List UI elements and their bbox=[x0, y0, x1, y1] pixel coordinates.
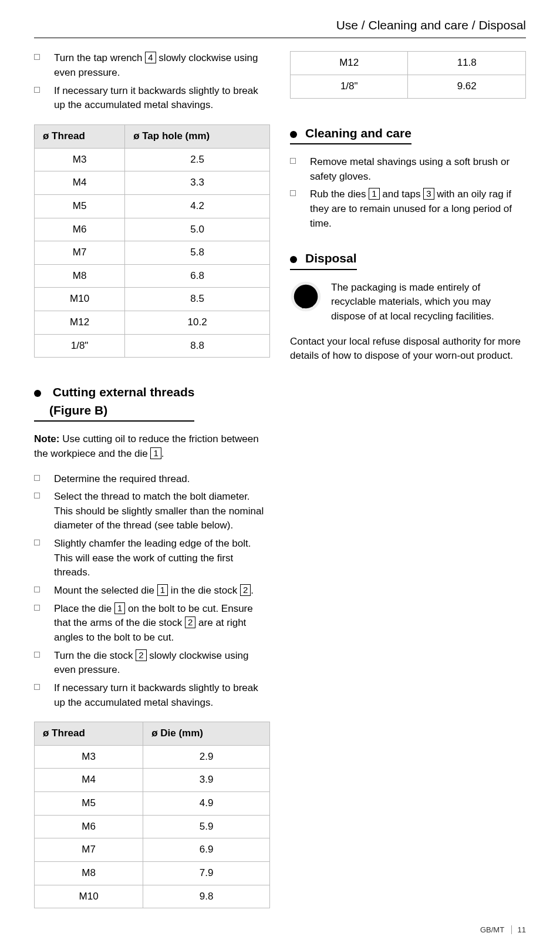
table-row: M1210.2 bbox=[35, 311, 270, 335]
list-item: Turn the die stock 2 slowly clockwise us… bbox=[34, 649, 270, 678]
list-item: Mount the selected die 1 in the die stoc… bbox=[34, 584, 270, 598]
table-row: M108.5 bbox=[35, 288, 270, 311]
table-cell: 6.8 bbox=[125, 264, 270, 288]
die-th-1: ø Thread bbox=[35, 722, 143, 746]
recycle-icon bbox=[290, 281, 322, 312]
ref-box-icon: 2 bbox=[185, 617, 195, 628]
disposal-row: The packaging is made entirely of recycl… bbox=[290, 281, 526, 324]
table-cell: M4 bbox=[35, 769, 143, 792]
table-cell: 3.3 bbox=[125, 171, 270, 195]
cleaning-heading: Cleaning and care bbox=[290, 124, 411, 144]
cutting-heading: Cutting external threads (Figure B) bbox=[34, 383, 194, 422]
footer-locale: GB/MT bbox=[480, 925, 504, 934]
disposal-text: The packaging is made entirely of recycl… bbox=[331, 281, 526, 324]
table-cell: M7 bbox=[35, 838, 143, 862]
table-row: M1211.8 bbox=[291, 52, 526, 75]
table-cell: 4.9 bbox=[143, 792, 270, 816]
table-cell: M12 bbox=[291, 52, 408, 75]
list-item: Turn the tap wrench 4 slowly clockwise u… bbox=[34, 51, 270, 80]
note-label: Note: bbox=[34, 433, 59, 444]
section-cutting: Cutting external threads (Figure B) bbox=[34, 373, 270, 432]
list-item: Remove metal shavings using a soft brush… bbox=[290, 155, 526, 184]
cutting-heading-text: Cutting external threads bbox=[53, 385, 195, 399]
list-item: If necessary turn it backwards slightly … bbox=[34, 84, 270, 113]
table-row: 1/8"9.62 bbox=[291, 75, 526, 99]
list-item: Rub the dies 1 and taps 3 with an oily r… bbox=[290, 187, 526, 231]
table-row: M43.9 bbox=[35, 769, 270, 792]
table-row: M76.9 bbox=[35, 838, 270, 862]
table-row: M87.9 bbox=[35, 862, 270, 885]
table-cell: 6.9 bbox=[143, 838, 270, 862]
cutting-subheading: (Figure B) bbox=[49, 402, 194, 419]
table-cell: 1/8" bbox=[35, 334, 125, 358]
table-cell: M5 bbox=[35, 792, 143, 816]
list-item: Select the thread to match the bolt diam… bbox=[34, 490, 270, 533]
list-item: Determine the required thread. bbox=[34, 472, 270, 487]
table-cell: M8 bbox=[35, 862, 143, 885]
section-cleaning: Cleaning and care bbox=[290, 114, 526, 155]
die-table-continued: M1211.81/8"9.62 bbox=[290, 51, 526, 98]
table-cell: 3.9 bbox=[143, 769, 270, 792]
table-row: M75.8 bbox=[35, 241, 270, 265]
table-cell: M3 bbox=[35, 745, 143, 769]
list-item: Slightly chamfer the leading edge of the… bbox=[34, 537, 270, 580]
cleaning-list: Remove metal shavings using a soft brush… bbox=[290, 155, 526, 231]
ref-box-icon: 1 bbox=[157, 584, 168, 596]
disposal-heading: Disposal bbox=[290, 250, 357, 269]
table-cell: M6 bbox=[35, 815, 143, 838]
table-cell: 2.5 bbox=[125, 148, 270, 171]
table-cell: 5.8 bbox=[125, 241, 270, 265]
right-column: M1211.81/8"9.62 Cleaning and care Remove… bbox=[290, 51, 526, 924]
table-row: M86.8 bbox=[35, 264, 270, 288]
tap-th-2: ø Tap hole (mm) bbox=[125, 125, 270, 149]
table-cell: 11.8 bbox=[408, 52, 526, 75]
table-cell: M10 bbox=[35, 288, 125, 311]
table-row: M54.2 bbox=[35, 194, 270, 218]
list-item: Place the die 1 on the bolt to be cut. E… bbox=[34, 602, 270, 645]
ref-box-icon: 2 bbox=[136, 649, 146, 661]
table-cell: 8.5 bbox=[125, 288, 270, 311]
table-row: M65.0 bbox=[35, 218, 270, 241]
table-cell: M12 bbox=[35, 311, 125, 335]
table-row: M109.8 bbox=[35, 885, 270, 908]
page-footer: GB/MT 11 bbox=[480, 925, 526, 936]
ref-box-icon: 3 bbox=[423, 188, 434, 200]
footer-page-number: 11 bbox=[511, 925, 526, 934]
table-cell: 4.2 bbox=[125, 194, 270, 218]
table-cell: 9.8 bbox=[143, 885, 270, 908]
table-cell: M3 bbox=[35, 148, 125, 171]
cutting-steps-list: Determine the required thread.Select the… bbox=[34, 472, 270, 710]
table-row: 1/8"8.8 bbox=[35, 334, 270, 358]
disposal-contact: Contact your local refuse disposal autho… bbox=[290, 335, 526, 363]
tap-th-1: ø Thread bbox=[35, 125, 125, 149]
intro-list: Turn the tap wrench 4 slowly clockwise u… bbox=[34, 51, 270, 113]
table-row: M65.9 bbox=[35, 815, 270, 838]
table-row: M32.9 bbox=[35, 745, 270, 769]
note-paragraph: Note: Use cutting oil to reduce the fric… bbox=[34, 432, 270, 461]
ref-box-icon: 1 bbox=[369, 188, 379, 200]
table-cell: M8 bbox=[35, 264, 125, 288]
ref-box-icon: 2 bbox=[240, 584, 251, 596]
die-th-2: ø Die (mm) bbox=[143, 722, 270, 746]
die-table: ø Thread ø Die (mm) M32.9M43.9M54.9M65.9… bbox=[34, 722, 270, 908]
table-cell: 5.9 bbox=[143, 815, 270, 838]
table-cell: 2.9 bbox=[143, 745, 270, 769]
note-text: Use cutting oil to reduce the friction b… bbox=[34, 433, 259, 459]
table-cell: 9.62 bbox=[408, 75, 526, 99]
table-cell: 8.8 bbox=[125, 334, 270, 358]
table-row: M43.3 bbox=[35, 171, 270, 195]
table-cell: M4 bbox=[35, 171, 125, 195]
page-header: Use / Cleaning and care / Disposal bbox=[34, 16, 526, 38]
note-ref-icon: 1 bbox=[150, 447, 161, 459]
tap-hole-table: ø Thread ø Tap hole (mm) M32.5M43.3M54.2… bbox=[34, 124, 270, 358]
table-row: M54.9 bbox=[35, 792, 270, 816]
table-row: M32.5 bbox=[35, 148, 270, 171]
table-cell: M7 bbox=[35, 241, 125, 265]
table-cell: 1/8" bbox=[291, 75, 408, 99]
list-item: If necessary turn it backwards slightly … bbox=[34, 681, 270, 710]
table-cell: M10 bbox=[35, 885, 143, 908]
table-cell: M6 bbox=[35, 218, 125, 241]
section-disposal: Disposal bbox=[290, 239, 526, 280]
table-cell: 10.2 bbox=[125, 311, 270, 335]
table-cell: 5.0 bbox=[125, 218, 270, 241]
